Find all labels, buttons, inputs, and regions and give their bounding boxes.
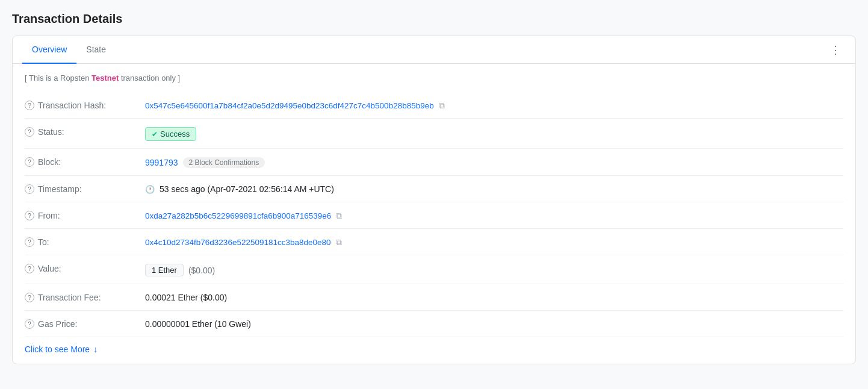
- block-label: ? Block:: [25, 156, 145, 167]
- transaction-fee-value: 0.00021 Ether ($0.00): [145, 291, 843, 302]
- status-value: ✔ Success: [145, 126, 843, 141]
- from-copy-icon[interactable]: ⧉: [336, 211, 342, 221]
- transaction-fee-help-icon[interactable]: ?: [25, 293, 34, 302]
- arrow-down-icon: ↓: [93, 344, 98, 354]
- confirmations-badge: 2 Block Confirmations: [183, 157, 265, 168]
- card-body: [ This is a Ropsten Testnet transaction …: [13, 64, 855, 364]
- value-row: ? Value: 1 Ether ($0.00): [25, 255, 843, 284]
- status-label: ? Status:: [25, 126, 145, 137]
- to-copy-icon[interactable]: ⧉: [336, 237, 342, 247]
- testnet-prefix: [ This is a Ropsten: [25, 73, 91, 82]
- status-help-icon[interactable]: ?: [25, 127, 34, 137]
- transaction-hash-help-icon[interactable]: ?: [25, 101, 34, 110]
- testnet-notice: [ This is a Ropsten Testnet transaction …: [25, 73, 843, 82]
- status-check-icon: ✔: [152, 130, 158, 138]
- tab-overview[interactable]: Overview: [22, 36, 76, 64]
- transaction-hash-value: 0x547c5e645600f1a7b84cf2a0e5d2d9495e0bd2…: [145, 99, 843, 111]
- clock-icon: 🕐: [145, 185, 155, 194]
- value-label: ? Value:: [25, 263, 145, 273]
- to-help-icon[interactable]: ?: [25, 237, 34, 247]
- block-row: ? Block: 9991793 2 Block Confirmations: [25, 149, 843, 176]
- gas-price-help-icon[interactable]: ?: [25, 319, 34, 329]
- to-address-link[interactable]: 0x4c10d2734fb76d3236e522509181cc3ba8de0e…: [145, 238, 331, 247]
- transaction-hash-link[interactable]: 0x547c5e645600f1a7b84cf2a0e5d2d9495e0bd2…: [145, 101, 434, 110]
- ellipsis-icon: ⋮: [830, 43, 841, 57]
- value-usd: ($0.00): [188, 266, 215, 275]
- status-row: ? Status: ✔ Success: [25, 119, 843, 149]
- from-address-link[interactable]: 0xda27a282b5b6c5229699891cfa6b900a716539…: [145, 211, 331, 220]
- testnet-highlight: Testnet: [91, 73, 119, 82]
- click-more-container: Click to see More ↓: [25, 337, 843, 354]
- to-value: 0x4c10d2734fb76d3236e522509181cc3ba8de0e…: [145, 236, 843, 247]
- timestamp-value: 🕐 53 secs ago (Apr-07-2021 02:56:14 AM +…: [145, 183, 843, 194]
- status-badge: ✔ Success: [145, 127, 196, 141]
- from-help-icon[interactable]: ?: [25, 211, 34, 220]
- block-value: 9991793 2 Block Confirmations: [145, 156, 843, 168]
- timestamp-text: 53 secs ago (Apr-07-2021 02:56:14 AM +UT…: [160, 184, 334, 194]
- ether-badge: 1 Ether: [145, 264, 184, 276]
- gas-price-row: ? Gas Price: 0.00000001 Ether (10 Gwei): [25, 311, 843, 337]
- transaction-hash-copy-icon[interactable]: ⧉: [439, 101, 445, 111]
- click-more-link[interactable]: Click to see More ↓: [25, 344, 98, 354]
- transaction-hash-label: ? Transaction Hash:: [25, 99, 145, 110]
- overflow-menu-button[interactable]: ⋮: [825, 39, 846, 61]
- from-value: 0xda27a282b5b6c5229699891cfa6b900a716539…: [145, 210, 843, 221]
- tab-state[interactable]: State: [76, 36, 116, 64]
- transaction-hash-row: ? Transaction Hash: 0x547c5e645600f1a7b8…: [25, 92, 843, 119]
- transaction-fee-label: ? Transaction Fee:: [25, 291, 145, 302]
- to-label: ? To:: [25, 236, 145, 247]
- value-value: 1 Ether ($0.00): [145, 263, 843, 276]
- to-row: ? To: 0x4c10d2734fb76d3236e522509181cc3b…: [25, 229, 843, 255]
- value-help-icon[interactable]: ?: [25, 264, 34, 273]
- from-label: ? From:: [25, 210, 145, 220]
- transaction-fee-row: ? Transaction Fee: 0.00021 Ether ($0.00): [25, 284, 843, 311]
- testnet-suffix: transaction only ]: [119, 73, 180, 82]
- block-help-icon[interactable]: ?: [25, 157, 34, 167]
- block-number-link[interactable]: 9991793: [145, 158, 178, 167]
- transaction-details-card: Overview State ⋮ [ This is a Ropsten Tes…: [12, 36, 856, 364]
- timestamp-label: ? Timestamp:: [25, 183, 145, 194]
- page-title: Transaction Details: [12, 12, 856, 26]
- gas-price-label: ? Gas Price:: [25, 318, 145, 329]
- timestamp-row: ? Timestamp: 🕐 53 secs ago (Apr-07-2021 …: [25, 176, 843, 202]
- from-row: ? From: 0xda27a282b5b6c5229699891cfa6b90…: [25, 202, 843, 229]
- tabs-bar: Overview State ⋮: [13, 36, 855, 64]
- gas-price-value: 0.00000001 Ether (10 Gwei): [145, 318, 843, 329]
- timestamp-help-icon[interactable]: ?: [25, 184, 34, 194]
